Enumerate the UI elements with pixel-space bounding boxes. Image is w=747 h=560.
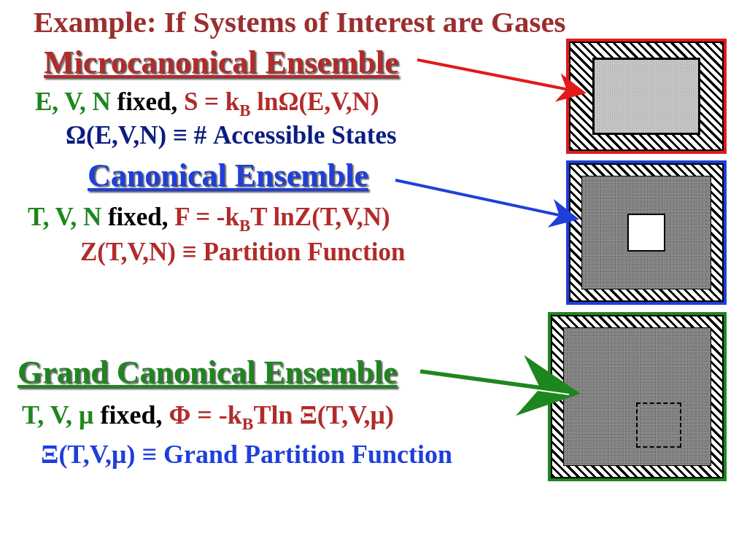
canon-fixed: fixed, bbox=[101, 203, 174, 231]
grand-canonical-diagram bbox=[548, 312, 727, 481]
microcanonical-formula: E, V, N fixed, S = kB lnΩ(E,V,N) bbox=[35, 88, 379, 120]
canonical-partition: Z(T,V,N) ≡ Partition Function bbox=[80, 238, 405, 267]
grand-fixed: fixed, bbox=[93, 400, 169, 429]
grand-formula: T, V, μ fixed, Φ = -kBTln Ξ(T,V,μ) bbox=[22, 400, 394, 434]
insulating-wall-icon bbox=[551, 315, 724, 478]
microcanonical-heading: Microcanonical Ensemble bbox=[44, 44, 399, 81]
canonical-formula: T, V, N fixed, F = -kBT lnZ(T,V,N) bbox=[28, 203, 390, 236]
grand-canonical-heading: Grand Canonical Ensemble bbox=[18, 354, 398, 391]
system-box bbox=[627, 214, 665, 252]
particle-bath bbox=[563, 327, 711, 466]
open-system-box bbox=[636, 402, 681, 448]
microcanonical-diagram bbox=[566, 39, 727, 154]
micro-vars: E, V, N bbox=[35, 88, 111, 116]
insulating-wall-icon bbox=[569, 42, 724, 151]
arrow-grand-highlight bbox=[420, 374, 569, 394]
heat-bath bbox=[581, 176, 711, 289]
microcanonical-states: Ω(E,V,N) ≡ # Accessible States bbox=[66, 121, 397, 150]
canonical-heading: Canonical Ensemble bbox=[88, 157, 368, 194]
micro-eq: S = kB lnΩ(E,V,N) bbox=[184, 88, 379, 116]
canon-eq: F = -kBT lnZ(T,V,N) bbox=[174, 203, 390, 231]
insulating-wall-icon bbox=[569, 163, 724, 302]
gas-region bbox=[593, 58, 700, 134]
grand-eq: Φ = -kBTln Ξ(T,V,μ) bbox=[169, 400, 393, 429]
system-box bbox=[592, 58, 700, 135]
grand-partition: Ξ(T,V,μ) ≡ Grand Partition Function bbox=[41, 439, 452, 470]
canonical-diagram bbox=[566, 160, 727, 305]
grand-vars: T, V, μ bbox=[22, 400, 93, 429]
slide-title: Example: If Systems of Interest are Gase… bbox=[34, 4, 566, 39]
canon-vars: T, V, N bbox=[28, 203, 101, 231]
arrow-microcanonical bbox=[417, 60, 584, 93]
arrow-canonical bbox=[395, 180, 576, 219]
micro-fixed: fixed, bbox=[111, 88, 184, 116]
